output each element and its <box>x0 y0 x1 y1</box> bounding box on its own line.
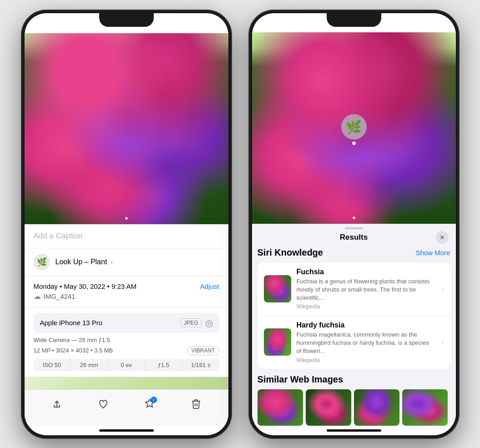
lookup-row[interactable]: 🌿 Look Up – Plant › <box>25 248 228 276</box>
filename-row: ☁ IMG_4241 <box>34 292 219 301</box>
phone-2-inner: 🌿 Results ✕ Siri Knowledge <box>252 13 456 435</box>
fuchsia-description: Fuchsia is a genus of flowering plants t… <box>297 277 435 302</box>
filename-text: IMG_4241 <box>44 292 76 300</box>
fuchsia-thumb-image <box>264 275 291 302</box>
visual-lookup-dot <box>352 141 356 145</box>
toolbar: i <box>25 389 228 426</box>
favorite-button[interactable] <box>98 398 109 412</box>
hardy-fuchsia-source: Wikipedia <box>297 357 435 363</box>
quality-text: 12 MP • 3024 × 4032 • 3.5 MB <box>34 347 113 354</box>
lookup-text: Look Up – Plant › <box>56 258 113 266</box>
notch-2 <box>327 13 381 27</box>
visual-lookup-leaf-icon: 🌿 <box>346 120 362 135</box>
phone-2-frame: 🌿 Results ✕ Siri Knowledge <box>249 10 459 438</box>
device-name: Apple iPhone 13 Pro <box>40 319 103 327</box>
leaf-icon: 🌿 <box>37 257 47 267</box>
hardy-fuchsia-thumbnail <box>264 328 291 356</box>
results-panel: Results ✕ Siri Knowledge Show More <box>252 224 456 426</box>
similar-web-images-section: Similar Web Images <box>258 374 450 426</box>
knowledge-card: Fuchsia Fuchsia is a genus of flowering … <box>258 262 450 369</box>
results-title: Results <box>340 233 368 242</box>
date-row: Monday • May 30, 2022 • 9:23 AM Adjust <box>34 282 219 290</box>
camera-details: Wide Camera — 26 mm ƒ1.5 <box>34 337 219 343</box>
similar-image-4[interactable] <box>402 389 448 426</box>
similar-images-row <box>258 389 450 426</box>
phone-1-frame: Add a Caption 🌿 Look Up – Plant › Monday… <box>22 10 231 438</box>
fuchsia-name: Fuchsia <box>297 268 435 276</box>
fuchsia-source: Wikipedia <box>297 303 435 310</box>
similar-web-images-title: Similar Web Images <box>258 374 450 385</box>
fuchsia-info: Fuchsia Fuchsia is a genus of flowering … <box>297 268 444 310</box>
show-more-button[interactable]: Show More <box>416 249 450 257</box>
results-close-button[interactable]: ✕ <box>436 231 449 244</box>
notch-1 <box>99 13 154 27</box>
delete-button[interactable] <box>191 398 202 412</box>
adjust-button[interactable]: Adjust <box>200 282 219 290</box>
phone-1-inner: Add a Caption 🌿 Look Up – Plant › Monday… <box>25 13 228 435</box>
similar-image-3[interactable] <box>354 389 399 426</box>
home-indicator-1 <box>99 429 154 432</box>
info-section: Monday • May 30, 2022 • 9:23 AM Adjust ☁… <box>25 276 228 307</box>
knowledge-item-hardy-fuchsia[interactable]: Hardy fuchsia Fuchsia magellanica, commo… <box>258 316 450 369</box>
lookup-chevron-icon: › <box>109 258 113 266</box>
fuchsia-thumbnail <box>264 275 291 302</box>
caption-placeholder: Add a Caption <box>34 232 83 240</box>
siri-visual-lookup-icon: 🌿 <box>34 254 50 270</box>
photo-dot-2 <box>353 216 355 219</box>
format-badge: JPEG <box>181 318 201 327</box>
visual-lookup-button[interactable]: 🌿 <box>341 114 367 140</box>
knowledge-item-fuchsia[interactable]: Fuchsia Fuchsia is a genus of flowering … <box>258 262 450 316</box>
camera-settings-icon[interactable]: ◎ <box>205 317 213 328</box>
similar-image-1[interactable] <box>258 389 303 426</box>
hardy-fuchsia-name: Hardy fuchsia <box>297 321 435 329</box>
home-indicator-2 <box>327 429 381 432</box>
main-container: Add a Caption 🌿 Look Up – Plant › Monday… <box>0 0 480 448</box>
cloud-icon: ☁ <box>34 292 41 301</box>
photo-area-1[interactable] <box>25 33 228 224</box>
exif-shutter: 1/181 s <box>182 359 219 371</box>
device-badges: JPEG ◎ <box>181 317 212 328</box>
phone-2-content: 🌿 Results ✕ Siri Knowledge <box>252 13 456 435</box>
quality-row: 12 MP • 3024 × 4032 • 3.5 MB VIBRANT <box>34 346 219 355</box>
fuchsia-chevron-icon: › <box>442 285 444 292</box>
map-area[interactable] <box>25 377 228 389</box>
hardy-fuchsia-info: Hardy fuchsia Fuchsia magellanica, commo… <box>297 321 444 363</box>
device-row: Apple iPhone 13 Pro JPEG ◎ <box>34 313 219 333</box>
similar-image-2[interactable] <box>306 389 351 426</box>
exif-ev: 0 ev <box>108 359 145 371</box>
siri-knowledge-title: Siri Knowledge <box>258 247 323 258</box>
vibrant-badge: VIBRANT <box>187 346 219 355</box>
fuchsia-photo-1 <box>25 33 228 224</box>
photo-area-2: 🌿 <box>252 32 456 223</box>
hardy-fuchsia-thumb-image <box>264 328 291 356</box>
hardy-fuchsia-description: Fuchsia magellanica, commonly known as t… <box>297 331 435 356</box>
share-button[interactable] <box>51 398 62 412</box>
info-badge: i <box>151 397 157 403</box>
info-button[interactable]: i <box>144 398 155 412</box>
results-header: Results ✕ <box>252 233 456 247</box>
exif-focal: 26 mm <box>71 359 108 371</box>
exif-iso: ISO 50 <box>34 359 71 371</box>
date-text: Monday • May 30, 2022 • 9:23 AM <box>34 282 136 290</box>
caption-area[interactable]: Add a Caption <box>25 224 228 248</box>
exif-aperture: ƒ1.5 <box>145 359 182 371</box>
results-body: Siri Knowledge Show More Fuchsia <box>252 247 456 426</box>
exif-row: ISO 50 26 mm 0 ev ƒ1.5 1/181 s <box>34 359 219 371</box>
hardy-fuchsia-chevron-icon: › <box>442 338 444 346</box>
device-section: Apple iPhone 13 Pro JPEG ◎ Wide Camera —… <box>25 307 228 377</box>
results-handle[interactable] <box>345 227 363 229</box>
phone-1-content: Add a Caption 🌿 Look Up – Plant › Monday… <box>25 13 228 435</box>
siri-knowledge-header: Siri Knowledge Show More <box>258 247 450 258</box>
photo-dot-1 <box>125 217 128 220</box>
